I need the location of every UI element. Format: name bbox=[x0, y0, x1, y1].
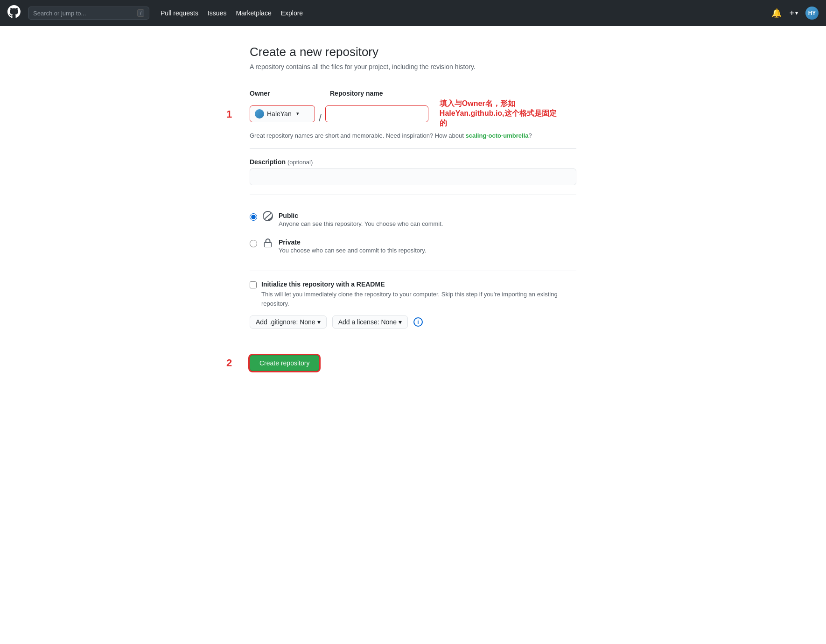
create-repository-button[interactable]: Create repository bbox=[250, 355, 319, 371]
divider-top bbox=[250, 80, 576, 80]
divider-after-desc bbox=[250, 195, 576, 195]
owner-name: HaleYan bbox=[267, 110, 292, 118]
page-subtitle: A repository contains all the files for … bbox=[250, 63, 576, 70]
name-suggestion-link[interactable]: scaling-octo-umbrella bbox=[465, 132, 528, 139]
github-logo[interactable] bbox=[7, 5, 21, 21]
public-radio-content: Public Anyone can see this repository. Y… bbox=[279, 212, 443, 227]
divider-before-submit bbox=[250, 340, 576, 340]
license-label: Add a license: None bbox=[338, 318, 397, 326]
public-label: Public bbox=[279, 212, 443, 219]
init-readme-content: Initialize this repository with a README… bbox=[261, 280, 576, 308]
nav-links: Pull requests Issues Marketplace Explore bbox=[161, 9, 303, 17]
private-radio-content: Private You choose who can see and commi… bbox=[279, 238, 427, 254]
desc-optional-label: (optional) bbox=[287, 159, 313, 166]
owner-avatar-small bbox=[255, 109, 264, 119]
submit-section: 2 Create repository bbox=[250, 355, 576, 371]
annotation-number-1: 1 bbox=[226, 108, 232, 120]
desc-label: Description bbox=[250, 158, 286, 166]
owner-chevron-icon: ▾ bbox=[296, 111, 299, 117]
init-readme-section: Initialize this repository with a README… bbox=[250, 280, 576, 308]
search-bar[interactable]: Search or jump to... / bbox=[28, 7, 149, 20]
license-chevron-icon: ▾ bbox=[399, 318, 402, 326]
chevron-down-icon: ▾ bbox=[795, 10, 798, 16]
path-slash: / bbox=[319, 112, 322, 124]
search-slash-key: / bbox=[137, 9, 144, 17]
gitignore-dropdown[interactable]: Add .gitignore: None ▾ bbox=[250, 315, 327, 329]
page-title: Create a new repository bbox=[250, 45, 576, 59]
public-desc: Anyone can see this repository. You choo… bbox=[279, 220, 443, 227]
repo-name-hint: Great repository names are short and mem… bbox=[250, 132, 576, 139]
top-navigation: Search or jump to... / Pull requests Iss… bbox=[0, 0, 826, 26]
annotation-tooltip: 填入与Owner名，形如HaleYan.github.io,这个格式是固定的 bbox=[440, 99, 576, 128]
description-input[interactable] bbox=[250, 168, 576, 185]
init-readme-desc: This will let you immediately clone the … bbox=[261, 290, 576, 308]
nav-right: 🔔 + ▾ HY bbox=[771, 7, 819, 20]
dropdowns-row: Add .gitignore: None ▾ Add a license: No… bbox=[250, 315, 576, 329]
main-content: Create a new repository A repository con… bbox=[0, 26, 826, 644]
public-radio-option: Public Anyone can see this repository. Y… bbox=[250, 206, 576, 233]
public-icon bbox=[263, 211, 273, 224]
plus-icon: + bbox=[789, 8, 794, 18]
gitignore-chevron-icon: ▾ bbox=[317, 318, 321, 326]
user-avatar[interactable]: HY bbox=[805, 7, 819, 20]
nav-link-marketplace[interactable]: Marketplace bbox=[236, 9, 271, 17]
private-radio-option: Private You choose who can see and commi… bbox=[250, 233, 576, 259]
init-readme-row: Initialize this repository with a README… bbox=[250, 280, 576, 308]
nav-link-issues[interactable]: Issues bbox=[208, 9, 226, 17]
license-dropdown[interactable]: Add a license: None ▾ bbox=[332, 315, 408, 329]
visibility-section: Public Anyone can see this repository. Y… bbox=[250, 206, 576, 259]
nav-link-pull-requests[interactable]: Pull requests bbox=[161, 9, 198, 17]
private-label: Private bbox=[279, 238, 427, 246]
notifications-bell-icon[interactable]: 🔔 bbox=[771, 8, 782, 18]
divider-after-visibility bbox=[250, 271, 576, 271]
owner-repo-labels: Owner Repository name bbox=[250, 90, 576, 97]
description-section: Description (optional) bbox=[250, 158, 576, 185]
repo-name-label: Repository name bbox=[330, 90, 383, 97]
owner-dropdown[interactable]: HaleYan ▾ bbox=[250, 105, 315, 122]
annotation-number-2: 2 bbox=[226, 357, 232, 369]
nav-link-explore[interactable]: Explore bbox=[281, 9, 303, 17]
private-desc: You choose who can see and commit to thi… bbox=[279, 247, 427, 254]
gitignore-label: Add .gitignore: None bbox=[256, 318, 315, 326]
repo-name-input[interactable] bbox=[325, 105, 428, 122]
create-new-button[interactable]: + ▾ bbox=[789, 8, 798, 18]
search-placeholder: Search or jump to... bbox=[33, 10, 86, 17]
owner-label: Owner bbox=[250, 90, 270, 97]
init-readme-checkbox[interactable] bbox=[250, 281, 257, 288]
divider-after-names bbox=[250, 148, 576, 149]
private-radio-input[interactable] bbox=[250, 240, 257, 247]
lock-icon bbox=[263, 238, 273, 251]
public-radio-input[interactable] bbox=[250, 213, 257, 221]
owner-repo-row: HaleYan ▾ / 填入与Owner名，形如HaleYan.github.i… bbox=[250, 99, 576, 128]
info-icon[interactable]: i bbox=[413, 317, 423, 327]
desc-label-row: Description (optional) bbox=[250, 158, 576, 166]
init-readme-label: Initialize this repository with a README bbox=[261, 280, 576, 288]
